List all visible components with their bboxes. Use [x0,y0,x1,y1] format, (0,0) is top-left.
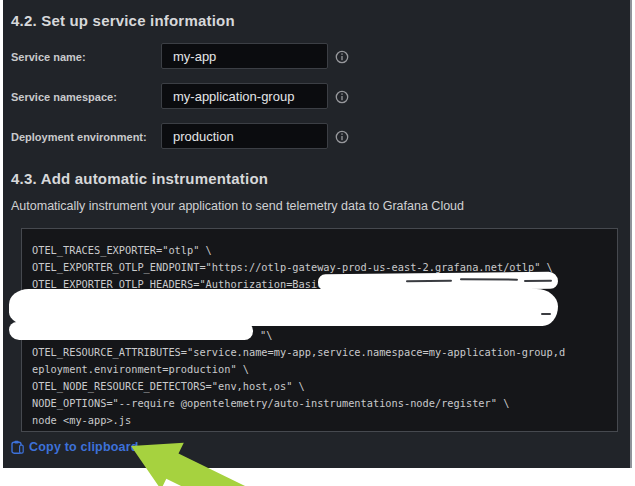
service-namespace-input[interactable] [161,83,328,109]
clipboard-icon [11,440,24,454]
instrumentation-description: Automatically instrument your applicatio… [11,199,464,213]
service-namespace-label: Service namespace: [11,91,117,103]
section-title-service-info: 4.2. Set up service information [11,12,235,29]
info-icon[interactable] [335,90,349,104]
redaction-blob [9,322,253,340]
service-name-input[interactable] [161,43,328,69]
green-arrow-pointer [105,430,375,486]
section-title-instrumentation: 4.3. Add automatic instrumentation [11,170,268,187]
code-line: OTEL_RESOURCE_ATTRIBUTES="service.name=m… [32,344,617,361]
redaction-blob [9,289,558,326]
deployment-environment-label: Deployment environment: [11,131,147,143]
info-icon[interactable] [335,50,349,64]
setup-panel: 4.2. Set up service information Service … [3,0,630,468]
code-line: node <my-app>.js [32,412,617,429]
right-edge-divider [630,0,632,468]
code-line: OTEL_TRACES_EXPORTER="otlp" \ [32,242,617,259]
deployment-environment-input[interactable] [161,123,328,149]
code-line: eployment.environment=production" \ [32,361,617,378]
service-name-label: Service name: [11,51,86,63]
code-line: OTEL_NODE_RESOURCE_DETECTORS="env,host,o… [32,378,617,395]
code-line: NODE_OPTIONS="--require @opentelemetry/a… [32,395,617,412]
info-icon[interactable] [335,130,349,144]
